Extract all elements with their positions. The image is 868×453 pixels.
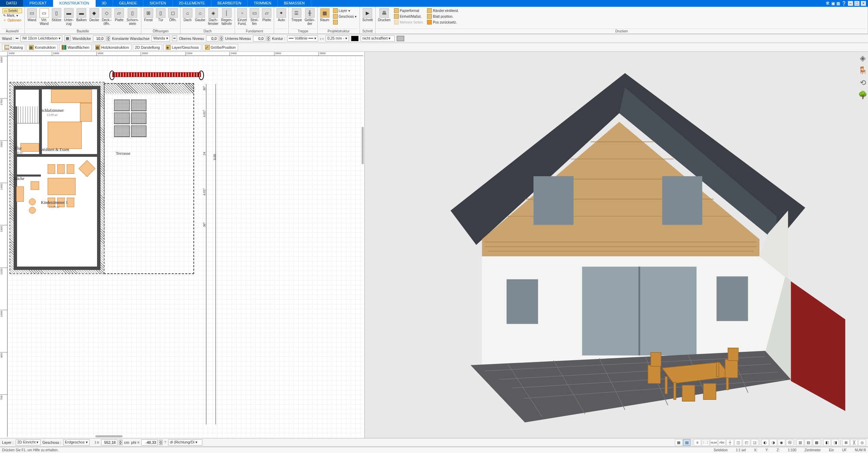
ib-17[interactable]: ⊞ <box>842 439 850 446</box>
layer-icon[interactable]: ▦ <box>64 35 70 41</box>
ib-12[interactable]: ▥ <box>796 439 804 446</box>
wand-type-dropdown[interactable]: IW 10cm Leichtbeton ▾ <box>20 35 62 42</box>
btn-schnitt[interactable]: ▶Schnitt <box>361 7 374 22</box>
ts-2d[interactable]: 2D Darstellung <box>133 44 162 50</box>
menu-tab-gelaende[interactable]: GELÄNDE <box>113 0 144 7</box>
menu-tab-projekt[interactable]: PROJEKT <box>23 0 53 7</box>
menu-tab-2delemente[interactable]: 2D-ELEMENTE <box>173 0 211 7</box>
tools-icon[interactable]: 🛠 <box>826 1 830 6</box>
btn-mehrere[interactable]: Mehrere Seiten <box>393 19 424 25</box>
oberes-input[interactable] <box>206 35 218 42</box>
menu-tab-bearbeiten[interactable]: BEARBEITEN <box>211 0 248 7</box>
hatch-dropdown[interactable]: nicht schraffiert ▾ <box>361 35 395 42</box>
midline-icon[interactable]: ━ <box>172 35 177 41</box>
btn-oeffn[interactable]: ◻Öffn. <box>167 7 179 22</box>
btn-gelaender[interactable]: ╫Gelän- der <box>304 7 316 26</box>
ib-1[interactable]: ▦ <box>675 439 682 446</box>
btn-unterzug[interactable]: ▬Unter- zug <box>63 7 75 26</box>
menu-tab-sichten[interactable]: SICHTEN <box>143 0 172 7</box>
phi-input[interactable] <box>141 439 158 446</box>
ib-4[interactable]: ⋮⋮ <box>702 439 709 446</box>
ib-7[interactable]: ◰ <box>743 439 750 446</box>
btn-balken[interactable]: ▬Balken <box>75 7 88 22</box>
ib-8[interactable]: ◲ <box>751 439 758 446</box>
close-icon[interactable]: × <box>861 1 866 6</box>
btn-platte[interactable]: ▱Platte <box>113 7 125 22</box>
ts-katalog[interactable]: 📖Katalog <box>2 44 25 51</box>
ib-18[interactable]: ╳ <box>850 439 858 446</box>
wall-draft-element[interactable] <box>112 72 201 77</box>
ib-16[interactable]: ◨ <box>832 439 839 446</box>
ib-2[interactable]: ▤ <box>683 439 691 446</box>
btn-blattpos[interactable]: Blatt position. <box>426 14 459 19</box>
btn-streifen[interactable]: ▭Strei- fen <box>249 7 260 26</box>
ts-holz[interactable]: ▦Holzkonstruktion <box>93 44 131 51</box>
ib-abc[interactable]: Abc <box>718 439 726 446</box>
ib-n[interactable]: Ⓝ <box>786 439 793 446</box>
menu-tab-bemassen[interactable]: BEMASSEN <box>278 0 311 7</box>
select-button[interactable]: ▭ Selekt <box>2 8 22 13</box>
btn-virt-wand[interactable]: ▭Virt. Wand <box>38 7 50 26</box>
btn-raum[interactable]: ▦Raum <box>319 7 331 22</box>
btn-dach[interactable]: ⌂Dach <box>182 7 193 22</box>
ib-10[interactable]: ◑ <box>770 439 777 446</box>
spin-up[interactable]: ▲ <box>107 36 110 39</box>
layers-icon[interactable]: ◈ <box>858 54 867 63</box>
menu-tab-konstruktion[interactable]: KONSTRUKTION <box>53 0 95 7</box>
mark-dropdown[interactable]: ✎ Mark. ▾ <box>2 14 22 17</box>
ib-9[interactable]: ◐ <box>761 439 769 446</box>
btn-gaube[interactable]: ⌂Gaube <box>194 7 206 22</box>
app-icon[interactable]: ▣ <box>831 1 835 6</box>
btn-deckoeffn[interactable]: ◇Deck.- öffn. <box>101 7 113 26</box>
btn-decke[interactable]: ◆Decke <box>89 7 100 22</box>
options-button[interactable]: ＋Optionen <box>2 18 22 22</box>
ts-layer[interactable]: ◈Layer/Geschoss <box>163 44 201 51</box>
folder-button[interactable] <box>332 19 357 25</box>
ib-5[interactable]: ┼ <box>726 439 734 446</box>
btn-fenster[interactable]: ⊞Fenst <box>143 7 154 22</box>
geschoss-select[interactable]: Erdgeschos ▾ <box>63 439 90 446</box>
stairs[interactable] <box>15 89 39 123</box>
menu-tab-datei[interactable]: DATEI <box>0 0 23 7</box>
floor-plan-view[interactable]: 14001600180020002200240026002800 1800170… <box>0 52 365 438</box>
scroll-h[interactable] <box>95 435 123 437</box>
btn-dachfenster[interactable]: ◈Dach- fenster <box>207 7 220 26</box>
box-icon[interactable]: ▦ <box>836 1 840 6</box>
layer-dropdown[interactable]: Layer ▾ <box>332 8 357 13</box>
ib-3[interactable]: ≡ <box>694 439 701 446</box>
fill-swatch[interactable] <box>397 36 404 41</box>
btn-regenfallrohr[interactable]: │Regen- fallrohr <box>220 7 233 26</box>
help-icon[interactable]: ❔ <box>841 1 847 6</box>
spin-down[interactable]: ▼ <box>107 39 110 41</box>
dl-dropdown[interactable]: dl (Richtung/Di ▾ <box>168 439 202 446</box>
btn-drucken[interactable]: 🖶Drucken <box>377 7 392 22</box>
btn-einheit[interactable]: Einheit/Maßst. <box>393 14 424 19</box>
btn-treppe[interactable]: ☰Treppe <box>290 7 303 22</box>
ib-15[interactable]: ◧ <box>823 439 831 446</box>
minimize-icon[interactable]: – <box>848 1 853 6</box>
ib-6[interactable]: ◫ <box>735 439 742 446</box>
scroll-v[interactable] <box>362 127 364 164</box>
menu-tab-3d[interactable]: 3D <box>96 0 113 7</box>
btn-raender[interactable]: Ränder einblend. <box>426 8 459 13</box>
btn-wand[interactable]: ▭Wand <box>26 7 38 22</box>
wanddicke-input[interactable] <box>93 35 105 42</box>
ib-11[interactable]: ◉ <box>778 439 785 446</box>
ib-13[interactable]: ▨ <box>805 439 812 446</box>
geschoss-dropdown[interactable]: Geschoss ▾ <box>332 14 357 19</box>
btn-posreset[interactable]: Pos zurücksetz. <box>426 19 459 25</box>
ib-19[interactable]: ◎ <box>858 439 866 446</box>
unteres-input[interactable] <box>253 35 265 42</box>
orbit-icon[interactable]: ⟲ <box>858 78 867 87</box>
tree-icon[interactable]: 🌳 <box>858 91 867 100</box>
btn-papierformat[interactable]: Papierformat <box>393 8 424 13</box>
chair-icon[interactable]: 🪑 <box>858 66 867 75</box>
maximize-icon[interactable]: □ <box>854 1 859 6</box>
menu-tab-trimmen[interactable]: TRIMMEN <box>248 0 278 7</box>
layer-select[interactable]: 2D Einricht ▾ <box>16 439 41 446</box>
btn-einzelfund[interactable]: ▫Einzel Fund. <box>236 7 248 26</box>
achse-dropdown[interactable]: Wanda ▾ <box>152 35 170 42</box>
3d-view[interactable]: ◈ 🪑 ⟲ 🌳 <box>365 52 868 438</box>
btn-stuetze[interactable]: ▯Stütze <box>51 7 62 22</box>
btn-auto[interactable]: ✦Auto <box>275 7 287 22</box>
